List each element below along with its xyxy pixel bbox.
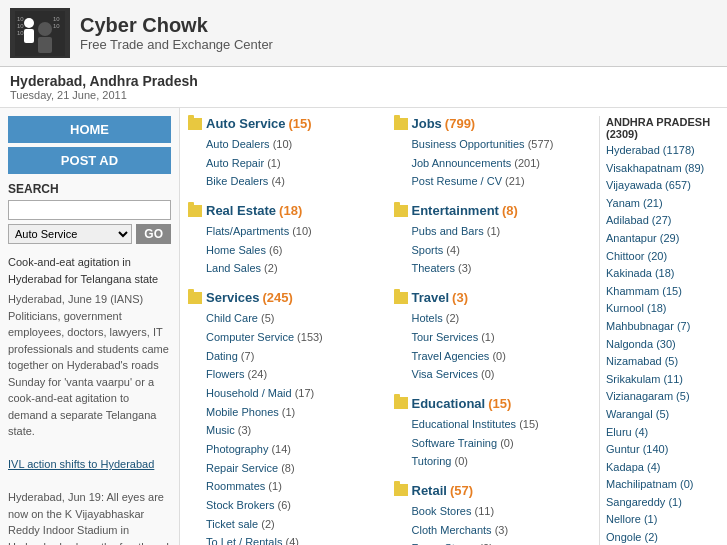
item-count: (3) (455, 262, 472, 274)
location-city: Hyderabad, Andhra Pradesh (10, 73, 717, 89)
item-count: (14) (268, 443, 291, 455)
list-item: Home Sales (6) (206, 241, 388, 260)
state-item[interactable]: Eluru (4) (606, 424, 719, 442)
folder-icon (188, 205, 202, 217)
list-item: Roommates (1) (206, 477, 388, 496)
category-link[interactable]: Post Resume / CV (412, 175, 502, 187)
category-link[interactable]: Educational Institutes (412, 418, 517, 430)
state-item[interactable]: Vizianagaram (5) (606, 388, 719, 406)
list-item: Theaters (3) (412, 259, 594, 278)
state-item[interactable]: Kakinada (18) (606, 265, 719, 283)
category-link[interactable]: Business Opportunities (412, 138, 525, 150)
item-count: (3) (492, 524, 509, 536)
category-link[interactable]: Hotels (412, 312, 443, 324)
category-link[interactable]: Household / Maid (206, 387, 292, 399)
news-link-ivl[interactable]: IVL action shifts to Hyderabad (8, 458, 154, 470)
category-link[interactable]: Pubs and Bars (412, 225, 484, 237)
category-link[interactable]: Flowers (206, 368, 245, 380)
category-title[interactable]: Auto Service (206, 116, 285, 131)
state-item[interactable]: Chittoor (20) (606, 248, 719, 266)
category-link[interactable]: Dating (206, 350, 238, 362)
state-item[interactable]: Vijayawada (657) (606, 177, 719, 195)
state-item[interactable]: Adilabad (27) (606, 212, 719, 230)
item-count: (10) (289, 225, 312, 237)
category-link[interactable]: Music (206, 424, 235, 436)
state-item[interactable]: Visakhapatnam (89) (606, 160, 719, 178)
state-item[interactable]: Srikakulam (11) (606, 371, 719, 389)
state-item[interactable]: Nellore (1) (606, 511, 719, 529)
item-count: (201) (511, 157, 540, 169)
list-item: Land Sales (2) (206, 259, 388, 278)
item-count: (4) (443, 244, 460, 256)
state-item[interactable]: Nizamabad (5) (606, 353, 719, 371)
item-count: (1) (265, 480, 282, 492)
state-item[interactable]: Nalgonda (30) (606, 336, 719, 354)
category-title[interactable]: Jobs (412, 116, 442, 131)
state-item[interactable]: Khammam (15) (606, 283, 719, 301)
category-link[interactable]: Visa Services (412, 368, 478, 380)
item-count: (6) (274, 499, 291, 511)
state-item[interactable]: Ongole (2) (606, 529, 719, 545)
item-count: (3) (235, 424, 252, 436)
item-count: (7) (238, 350, 255, 362)
category-title[interactable]: Travel (412, 290, 450, 305)
category-link[interactable]: Software Training (412, 437, 498, 449)
item-count: (21) (502, 175, 525, 187)
category-link[interactable]: Home Sales (206, 244, 266, 256)
state-item[interactable]: Warangal (5) (606, 406, 719, 424)
category-section: Auto Service (15)Auto Dealers (10)Auto R… (188, 116, 388, 191)
home-button[interactable]: HOME (8, 116, 171, 143)
list-item: Tutoring (0) (412, 452, 594, 471)
list-item: Flowers (24) (206, 365, 388, 384)
category-count: (245) (263, 290, 293, 305)
state-item[interactable]: Sangareddy (1) (606, 494, 719, 512)
category-title[interactable]: Services (206, 290, 260, 305)
category-link[interactable]: Job Announcements (412, 157, 512, 169)
category-link[interactable]: Photography (206, 443, 268, 455)
list-item: Auto Dealers (10) (206, 135, 388, 154)
category-link[interactable]: Auto Repair (206, 157, 264, 169)
state-item[interactable]: Mahbubnagar (7) (606, 318, 719, 336)
list-item: Auto Repair (1) (206, 154, 388, 173)
category-title[interactable]: Retail (412, 483, 447, 498)
list-item: Pubs and Bars (1) (412, 222, 594, 241)
list-item: Household / Maid (17) (206, 384, 388, 403)
item-count: (0) (489, 350, 506, 362)
category-link[interactable]: Computer Service (206, 331, 294, 343)
state-item[interactable]: Yanam (21) (606, 195, 719, 213)
category-link[interactable]: Auto Dealers (206, 138, 270, 150)
category-link[interactable]: Cloth Merchants (412, 524, 492, 536)
category-link[interactable]: Tutoring (412, 455, 452, 467)
category-link[interactable]: Theaters (412, 262, 455, 274)
category-link[interactable]: Tour Services (412, 331, 479, 343)
category-title[interactable]: Real Estate (206, 203, 276, 218)
state-item[interactable]: Hyderabad (1178) (606, 142, 719, 160)
list-item: Post Resume / CV (21) (412, 172, 594, 191)
category-link[interactable]: Travel Agencies (412, 350, 490, 362)
category-link[interactable]: To Let / Rentals (206, 536, 282, 545)
category-link[interactable]: Ticket sale (206, 518, 258, 530)
list-item: Repair Service (8) (206, 459, 388, 478)
category-link[interactable]: Child Care (206, 312, 258, 324)
state-item[interactable]: Anantapur (29) (606, 230, 719, 248)
item-count: (1) (484, 225, 501, 237)
category-title[interactable]: Educational (412, 396, 486, 411)
category-link[interactable]: Repair Service (206, 462, 278, 474)
category-link[interactable]: Flats/Apartments (206, 225, 289, 237)
category-link[interactable]: Land Sales (206, 262, 261, 274)
search-go-button[interactable]: GO (136, 224, 171, 244)
state-item[interactable]: Kadapa (4) (606, 459, 719, 477)
category-link[interactable]: Bike Dealers (206, 175, 268, 187)
state-item[interactable]: Kurnool (18) (606, 300, 719, 318)
category-title[interactable]: Entertainment (412, 203, 499, 218)
category-link[interactable]: Stock Brokers (206, 499, 274, 511)
search-category-select[interactable]: Auto Service (8, 224, 132, 244)
category-link[interactable]: Sports (412, 244, 444, 256)
post-ad-button[interactable]: POST AD (8, 147, 171, 174)
category-link[interactable]: Book Stores (412, 505, 472, 517)
category-link[interactable]: Mobile Phones (206, 406, 279, 418)
state-item[interactable]: Machilipatnam (0) (606, 476, 719, 494)
category-link[interactable]: Roommates (206, 480, 265, 492)
search-input[interactable] (8, 200, 171, 220)
state-item[interactable]: Guntur (140) (606, 441, 719, 459)
